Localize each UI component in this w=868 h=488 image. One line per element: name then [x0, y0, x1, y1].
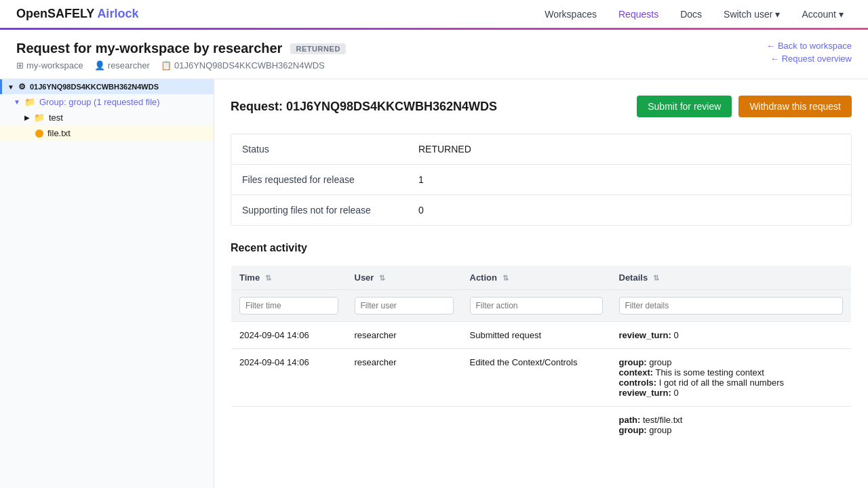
- cell-user: [347, 407, 462, 444]
- recent-activity-title: Recent activity: [231, 242, 852, 254]
- files-row: Files requested for release 1: [231, 165, 851, 195]
- cell-action: Edited the Context/Controls: [462, 349, 611, 407]
- page-header: Request for my-workspace by researcher R…: [0, 30, 868, 79]
- folder-icon: 📁: [34, 113, 45, 123]
- chevron-right-icon: ▶: [24, 114, 30, 121]
- detail-key: review_turn:: [619, 330, 671, 340]
- request-id-meta: 📋 01J6YNQ98DS4KKCWBH362N4WDS: [161, 60, 325, 70]
- page-header-right: ← Back to workspace ← Request overview: [766, 41, 852, 64]
- request-header: Request: 01J6YNQ98DS4KKCWBH362N4WDS Subm…: [231, 96, 852, 117]
- file-dot-icon: [35, 129, 43, 138]
- user-meta: 👤 researcher: [94, 60, 150, 70]
- cell-user: researcher: [347, 349, 462, 407]
- sidebar-file-item[interactable]: file.txt: [0, 125, 214, 141]
- col-header-time: Time ⇅: [231, 266, 347, 290]
- logo-text-airlock: Airlock: [97, 7, 138, 20]
- filter-details-input[interactable]: [619, 297, 844, 314]
- nav-requests[interactable]: Requests: [610, 3, 667, 25]
- table-header-row: Time ⇅ User ⇅ Action ⇅ Details: [231, 266, 852, 290]
- chevron-down-icon: ▼: [14, 98, 20, 106]
- filter-user-input[interactable]: [355, 297, 454, 314]
- chevron-down-icon: ▾: [839, 9, 844, 20]
- folder-icon: 📁: [24, 97, 35, 107]
- nav-account[interactable]: Account ▾: [793, 3, 852, 25]
- filter-action-cell: [462, 290, 611, 322]
- col-header-user: User ⇅: [347, 266, 462, 290]
- request-title: Request: 01J6YNQ98DS4KKCWBH362N4WDS: [231, 100, 497, 114]
- workspace-meta: ⊞ my-workspace: [16, 60, 83, 70]
- filter-time-cell: [231, 290, 347, 322]
- sidebar-root-item[interactable]: ▼ ⚙ 01J6YNQ98DS4KKCWBH362N4WDS: [0, 79, 214, 94]
- detail-key: review_turn:: [619, 388, 671, 398]
- page-header-left: Request for my-workspace by researcher R…: [16, 41, 346, 70]
- page-header-meta: ⊞ my-workspace 👤 researcher 📋 01J6YNQ98D…: [16, 60, 346, 70]
- cell-action: [462, 407, 611, 444]
- table-row: 2024-09-04 14:06researcherEdited the Con…: [231, 349, 852, 407]
- document-icon: 📋: [161, 60, 172, 70]
- filter-action-input[interactable]: [470, 297, 603, 314]
- status-row: Status RETURNED: [231, 134, 851, 165]
- request-overview-link[interactable]: ← Request overview: [770, 54, 852, 64]
- col-header-details: Details ⇅: [611, 266, 852, 290]
- settings-icon: ⚙: [18, 82, 26, 92]
- nav-bar: OpenSAFELY Airlock Workspaces Requests D…: [0, 0, 868, 30]
- filter-time-input[interactable]: [239, 297, 338, 314]
- nav-links: Workspaces Requests Docs Switch user ▾ A…: [536, 3, 852, 25]
- cell-time: 2024-09-04 14:06: [231, 349, 347, 407]
- nav-docs[interactable]: Docs: [672, 3, 710, 25]
- cell-user: researcher: [347, 322, 462, 349]
- logo-text-open: OpenSAFELY: [16, 7, 97, 20]
- withdraw-request-button[interactable]: Withdraw this request: [738, 96, 852, 117]
- app-logo[interactable]: OpenSAFELY Airlock: [16, 7, 138, 21]
- main-content: Request: 01J6YNQ98DS4KKCWBH362N4WDS Subm…: [214, 79, 868, 488]
- sort-icon[interactable]: ⇅: [265, 274, 271, 282]
- cell-details: group: groupcontext: This is some testin…: [611, 349, 852, 407]
- cell-time: 2024-09-04 14:06: [231, 322, 347, 349]
- col-header-action: Action ⇅: [462, 266, 611, 290]
- activity-table: Time ⇅ User ⇅ Action ⇅ Details: [231, 265, 852, 444]
- chevron-down-icon: ▼: [7, 83, 14, 91]
- filter-details-cell: [611, 290, 852, 322]
- table-row: path: test/file.txtgroup: group: [231, 407, 852, 444]
- cell-details: path: test/file.txtgroup: group: [611, 407, 852, 444]
- request-actions: Submit for review Withdraw this request: [637, 96, 852, 117]
- sidebar: ▼ ⚙ 01J6YNQ98DS4KKCWBH362N4WDS ▼ 📁 Group…: [0, 79, 214, 488]
- layers-icon: ⊞: [16, 60, 24, 70]
- table-row: 2024-09-04 14:06researcherSubmitted requ…: [231, 322, 852, 349]
- chevron-down-icon: ▾: [775, 9, 780, 20]
- cell-time: [231, 407, 347, 444]
- detail-key: controls:: [619, 378, 657, 388]
- submit-for-review-button[interactable]: Submit for review: [637, 96, 732, 117]
- user-icon: 👤: [94, 60, 105, 70]
- cell-action: Submitted request: [462, 322, 611, 349]
- sidebar-folder-item[interactable]: ▶ 📁 test: [0, 110, 214, 125]
- recent-activity-section: Recent activity Time ⇅ User ⇅ Action: [231, 242, 852, 444]
- cell-details: review_turn: 0: [611, 322, 852, 349]
- table-filter-row: [231, 290, 852, 322]
- info-table: Status RETURNED Files requested for rele…: [231, 134, 852, 226]
- detail-key: context:: [619, 367, 654, 378]
- nav-workspaces[interactable]: Workspaces: [536, 3, 605, 25]
- sort-icon[interactable]: ⇅: [653, 274, 659, 282]
- sort-icon[interactable]: ⇅: [502, 274, 509, 282]
- sidebar-group-item[interactable]: ▼ 📁 Group: group (1 requested file): [0, 94, 214, 110]
- status-badge: RETURNED: [290, 43, 346, 54]
- detail-key: path:: [619, 415, 641, 425]
- sort-icon[interactable]: ⇅: [379, 274, 385, 282]
- detail-key: group:: [619, 357, 647, 367]
- page-title: Request for my-workspace by researcher R…: [16, 41, 346, 56]
- back-to-workspace-link[interactable]: ← Back to workspace: [766, 41, 852, 51]
- main-layout: ▼ ⚙ 01J6YNQ98DS4KKCWBH362N4WDS ▼ 📁 Group…: [0, 79, 868, 488]
- filter-user-cell: [347, 290, 462, 322]
- supporting-files-row: Supporting files not for release 0: [231, 195, 851, 225]
- detail-key: group:: [619, 425, 647, 435]
- nav-switch-user[interactable]: Switch user ▾: [715, 3, 788, 25]
